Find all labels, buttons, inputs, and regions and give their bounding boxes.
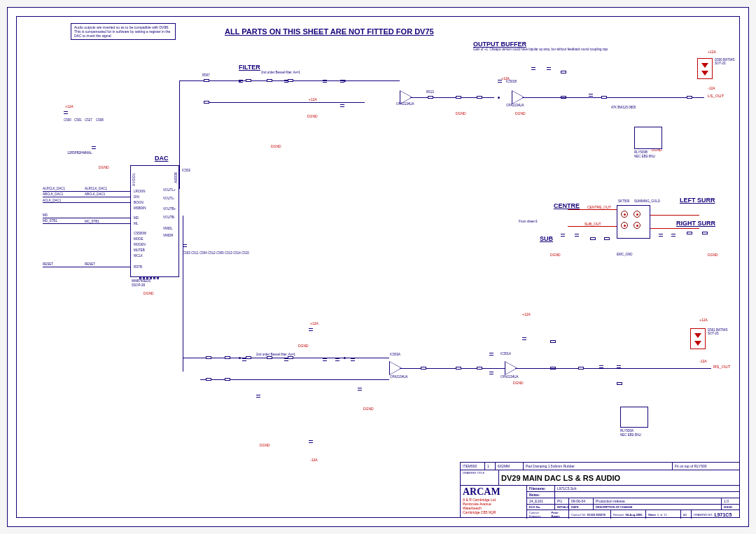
d500-label: D500 BAT54S SOT-23	[715, 58, 736, 65]
c554	[561, 232, 565, 239]
dgnd-9: DGND	[260, 443, 270, 447]
cap-c557b	[309, 438, 313, 445]
fn: L971C5.Sch	[557, 486, 577, 491]
dgnd-11: DGND	[550, 253, 561, 257]
eco-iss: 1.0	[722, 498, 739, 504]
dac-pin-voutlp: VOUTL+	[163, 188, 176, 192]
c519b	[671, 232, 676, 239]
r505	[206, 378, 211, 381]
sh-c: 5	[657, 513, 659, 517]
c551	[489, 370, 493, 377]
opamp-bu-part: OPA2134UA	[506, 104, 524, 107]
dgnd-1: DGND	[99, 165, 109, 169]
h-iss: ISSUE	[724, 505, 732, 509]
net-mdstb	[43, 223, 130, 224]
sig-mdstb-r: MC_STB1	[85, 220, 99, 223]
c524	[256, 393, 260, 400]
wire-upper-out	[522, 97, 704, 98]
r542	[267, 79, 272, 82]
dac-pin-msbdin: MSBDIN	[134, 206, 146, 210]
diode-d501	[690, 328, 706, 349]
r515	[421, 367, 426, 370]
drawing-title: DV29 MAIN DAC LS & RS AUDIO	[501, 474, 620, 482]
dac-pin-mute: MUTEB	[134, 248, 145, 252]
r507	[204, 79, 209, 82]
h-eco: ECO No.	[529, 505, 540, 509]
c522	[358, 386, 362, 393]
fn-label: Filename:	[529, 486, 545, 491]
d501-label: D501 BAT54S SOT-23	[708, 328, 729, 335]
tb-qty: 1	[485, 463, 496, 470]
c523	[284, 356, 288, 363]
dot-3	[498, 97, 500, 99]
cap-c500-ref: C500	[64, 118, 71, 122]
r519	[561, 71, 566, 73]
output-buffer-note: Gain of +1. Cheapo version could have bi…	[473, 48, 627, 51]
sh-of: of	[660, 513, 662, 517]
right-surr-label: RIGHT SURR	[676, 220, 715, 227]
sub-label: SUB	[540, 235, 553, 242]
c555	[575, 232, 579, 239]
osc-label: 12R5PB2HMMAL	[67, 151, 92, 155]
net-centre-out	[568, 209, 617, 210]
eco-by: PG	[555, 498, 569, 504]
dac-pin-din: DIN	[134, 195, 139, 199]
net-lsurr	[650, 215, 699, 216]
a3: A3	[683, 513, 687, 517]
arcam-logo: ARCAM	[463, 486, 500, 498]
relay-lower	[620, 407, 648, 428]
sig-md: MD	[43, 213, 48, 217]
not-fitted-banner: ALL PARTS ON THIS SHEET ARE NOT FITTED F…	[225, 27, 434, 36]
dac-pin-vmidl: VMIDL	[163, 227, 173, 230]
p12a-7: +12A	[699, 318, 708, 322]
eco-num: 24_E101	[527, 498, 555, 504]
output-buffer-label: OUTPUT BUFFER	[473, 41, 526, 48]
dac-ic-ref: IC502	[182, 169, 190, 172]
opamp-fu-part: OPA2134UA	[396, 102, 414, 106]
c517	[659, 232, 663, 239]
r520b	[578, 367, 584, 370]
r524	[687, 96, 692, 99]
net-alrclk	[43, 191, 130, 192]
r513-ref: R513	[426, 90, 434, 94]
dot-5	[344, 357, 346, 359]
sig-alrclk: ALRCLK_DAC1	[43, 187, 65, 190]
r541	[246, 356, 251, 359]
r536	[687, 232, 692, 234]
relay-l-ref: RLY500A	[620, 429, 634, 433]
p12a-6: +12A	[522, 312, 531, 316]
wire-lower-out	[515, 368, 711, 369]
schematic-sheet: Audio outputs are inverted so as to be c…	[7, 7, 749, 527]
n12a-2: -12A	[310, 458, 318, 462]
tb-loc: Fit on top of RLY500	[673, 463, 739, 470]
wire-low-j1	[183, 358, 183, 372]
sig-reset: RESET	[43, 262, 53, 266]
skt500-ref: SKT500	[618, 199, 629, 203]
r523	[601, 96, 607, 99]
sub-out-lbl: SUB_OUT	[584, 222, 601, 226]
cap-c508-ref: C508	[96, 118, 104, 122]
notes-label: Notes:	[529, 493, 540, 497]
dac-pin-bckin: BCKIN	[134, 201, 144, 204]
opamp-fl-ref: IC503A	[390, 353, 400, 356]
opamp-bl-ref: IC501A	[500, 352, 511, 356]
addr4: Cambridge CB5 9QR	[463, 510, 496, 514]
dac-pin-cs: CS500W	[134, 232, 146, 235]
c550	[547, 65, 551, 72]
rev-l: Revised:	[613, 513, 624, 517]
p12a-2: +12A	[309, 97, 317, 101]
r512	[456, 96, 461, 99]
dac-pkg: SSOP-28	[132, 283, 145, 287]
cap-dac-row-refs: C503 C511 C504 C512 C505 C513 C514 C515	[183, 251, 249, 255]
c519	[340, 102, 344, 109]
dot-4	[239, 357, 241, 359]
cap-c527-ref: C527	[85, 118, 92, 122]
dgnd-12: DGND	[708, 253, 718, 257]
cap-c510	[92, 144, 96, 151]
c518	[498, 78, 502, 85]
dot-2	[344, 80, 346, 82]
opamp-bl-part: OPA2134UA	[500, 375, 518, 379]
dgnd-3: DGND	[456, 111, 466, 115]
r514b	[456, 367, 461, 370]
p12a-3: +12A	[708, 50, 716, 54]
